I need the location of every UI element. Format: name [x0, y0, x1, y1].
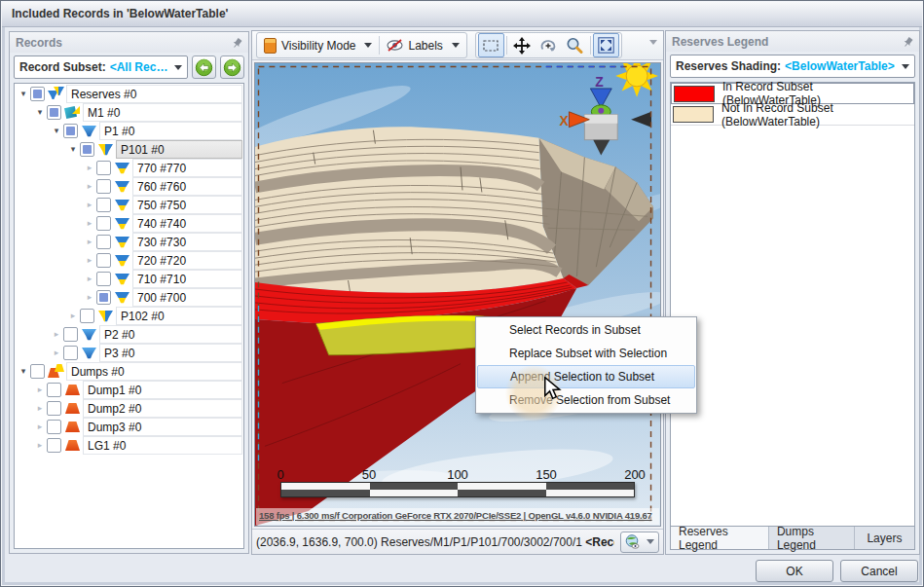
- checkbox[interactable]: [63, 124, 78, 138]
- tree-row-selected[interactable]: ▾P101 #0: [15, 140, 243, 159]
- pin-icon[interactable]: [231, 37, 242, 49]
- chevron-down-icon[interactable]: [452, 43, 460, 48]
- checkbox[interactable]: [30, 87, 45, 101]
- expander-icon[interactable]: ▸: [83, 177, 96, 196]
- tab-dumps-legend[interactable]: Dumps Legend: [769, 527, 855, 549]
- expander-icon[interactable]: ▸: [83, 251, 96, 270]
- checkbox[interactable]: [96, 216, 111, 231]
- rect-select-button[interactable]: [478, 33, 504, 57]
- tree-row[interactable]: ▸LG1 #0: [15, 436, 243, 455]
- records-panel-title: Records: [16, 36, 62, 50]
- expander-icon[interactable]: ▸: [83, 196, 96, 214]
- tree-row[interactable]: ▸710 #710: [15, 270, 243, 288]
- checkbox[interactable]: [96, 161, 111, 175]
- expander-icon[interactable]: ▾: [33, 103, 47, 122]
- tree-row[interactable]: ▸700 #700: [15, 288, 243, 307]
- expander-icon[interactable]: ▸: [50, 344, 63, 362]
- fit-screen-button[interactable]: [593, 33, 619, 57]
- expander-icon[interactable]: ▾: [17, 362, 30, 381]
- tree-row[interactable]: ▸720 #720: [15, 251, 243, 270]
- tab-layers[interactable]: Layers: [855, 527, 914, 549]
- tree-row[interactable]: ▸Dump1 #0: [15, 381, 243, 399]
- chevron-down-icon[interactable]: [364, 43, 372, 48]
- tree-row[interactable]: ▸Dump2 #0: [15, 399, 243, 418]
- ok-button[interactable]: OK: [756, 560, 833, 582]
- checkbox[interactable]: [47, 438, 61, 453]
- checkbox[interactable]: [96, 198, 111, 212]
- checkbox[interactable]: [63, 346, 78, 360]
- tree-row[interactable]: ▸P102 #0: [15, 307, 243, 325]
- tree-row[interactable]: ▾P1 #0: [15, 122, 243, 140]
- checkbox[interactable]: [47, 105, 61, 120]
- reserves-shading-dropdown[interactable]: Reserves Shading: <BelowWaterTable>: [670, 55, 915, 78]
- cancel-button[interactable]: Cancel: [840, 560, 918, 582]
- record-subset-dropdown[interactable]: Record Subset: <All Reco...: [14, 55, 188, 79]
- tree-row[interactable]: ▸760 #760: [15, 177, 243, 196]
- expander-icon[interactable]: ▸: [66, 307, 80, 325]
- viewport-3d-canvas[interactable]: Z X: [254, 62, 661, 527]
- labels-button[interactable]: Labels: [382, 34, 463, 56]
- tree-row[interactable]: ▸770 #770: [15, 159, 243, 177]
- legend-panel-title: Reserves Legend: [672, 35, 768, 49]
- checkbox[interactable]: [80, 309, 94, 323]
- checkbox[interactable]: [63, 327, 78, 342]
- tree-row[interactable]: ▸P2 #0: [15, 325, 243, 344]
- expander-icon[interactable]: ▸: [83, 288, 96, 307]
- checkbox[interactable]: [96, 272, 111, 286]
- expander-icon[interactable]: ▾: [17, 85, 30, 103]
- checkbox[interactable]: [47, 383, 61, 397]
- tree-row-label: Dump1 #0: [83, 381, 242, 399]
- checkbox[interactable]: [47, 420, 61, 434]
- checkbox[interactable]: [96, 290, 111, 305]
- toolbar-separator: [506, 36, 507, 55]
- expander-icon[interactable]: ▸: [83, 270, 96, 288]
- orbit-button[interactable]: [536, 33, 562, 57]
- tree-row[interactable]: ▸730 #730: [15, 233, 243, 251]
- move-right-button[interactable]: [220, 55, 244, 79]
- tab-reserves-legend[interactable]: Reserves Legend: [671, 527, 769, 549]
- expander-icon[interactable]: ▾: [50, 122, 63, 140]
- toolbar-overflow-icon[interactable]: [649, 40, 657, 45]
- legend-entry[interactable]: Not In Record Subset (BelowWaterTable): [671, 104, 914, 126]
- pin-icon[interactable]: [902, 36, 913, 48]
- menu-item-select-records[interactable]: Select Records in Subset: [477, 318, 695, 342]
- record-indicator: <Reco...: [585, 535, 614, 549]
- checkbox[interactable]: [80, 142, 94, 157]
- tree-row[interactable]: ▸Dump3 #0: [15, 418, 243, 436]
- pan-button[interactable]: [509, 33, 536, 57]
- visibility-mode-button[interactable]: Visibility Mode: [259, 34, 377, 56]
- checkbox[interactable]: [96, 253, 111, 268]
- move-left-button[interactable]: [192, 55, 216, 79]
- expander-icon[interactable]: ▸: [83, 214, 96, 233]
- checkbox[interactable]: [47, 401, 61, 416]
- view-options-button[interactable]: [620, 532, 659, 553]
- tree-row[interactable]: ▾M1 #0: [15, 103, 243, 122]
- expander-icon[interactable]: ▸: [50, 325, 63, 344]
- rect-select-icon: [483, 40, 499, 52]
- viewport-panel: Visibility Mode Labels: [251, 30, 664, 555]
- expander-icon[interactable]: ▾: [66, 140, 80, 159]
- tree-row-label: Reserves #0: [66, 85, 242, 103]
- expander-icon[interactable]: ▸: [33, 399, 47, 418]
- tree-row[interactable]: ▸740 #740: [15, 214, 243, 233]
- records-tree[interactable]: ▾Reserves #0 ▾M1 #0 ▾P1 #0 ▾P101 #0 ▸770…: [14, 83, 244, 549]
- menu-item-replace-subset[interactable]: Replace Subset with Selection: [477, 342, 695, 365]
- visibility-mode-icon: [264, 38, 277, 54]
- expander-icon[interactable]: ▸: [33, 436, 47, 455]
- tree-row[interactable]: ▸750 #750: [15, 196, 243, 214]
- expander-icon[interactable]: ▸: [83, 233, 96, 251]
- tree-row[interactable]: ▾Dumps #0: [15, 362, 243, 381]
- expander-icon[interactable]: ▸: [33, 418, 47, 436]
- reserves-shading-label: Reserves Shading:: [676, 59, 781, 73]
- pan-icon: [513, 37, 531, 55]
- tree-row[interactable]: ▸P3 #0: [15, 344, 243, 362]
- expander-icon[interactable]: ▸: [83, 159, 96, 177]
- checkbox[interactable]: [30, 364, 45, 379]
- checkbox[interactable]: [96, 179, 111, 194]
- tree-row[interactable]: ▾Reserves #0: [15, 85, 243, 103]
- expander-icon[interactable]: ▸: [33, 381, 47, 399]
- zoom-button[interactable]: [562, 33, 588, 57]
- checkbox[interactable]: [96, 235, 111, 249]
- legend-entry-label: Not In Record Subset (BelowWaterTable): [721, 101, 912, 128]
- reserves-legend-panel: Reserves Legend Reserves Shading: <Below…: [665, 30, 920, 555]
